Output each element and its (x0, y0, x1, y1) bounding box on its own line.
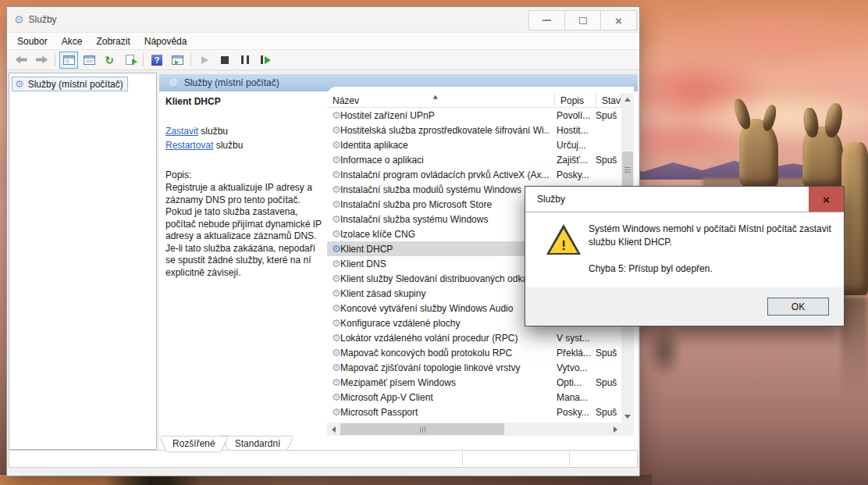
toolbar: ↻? (7, 49, 639, 70)
help-button[interactable]: ? (148, 52, 166, 69)
ok-button[interactable]: OK (767, 298, 829, 316)
service-icon: ⚙ (327, 406, 340, 418)
dialog-body: ! Systém Windows nemohl v počítači Místn… (525, 212, 844, 287)
dialog-close-button[interactable]: × (809, 187, 844, 212)
show-console-tree-button[interactable] (59, 52, 78, 69)
service-popis-cell: Vytvo... (550, 362, 592, 373)
export-list-button[interactable] (120, 52, 139, 69)
service-popis-cell: Mana... (550, 392, 592, 403)
service-icon: ⚙ (327, 154, 340, 166)
service-popis-cell: V syst... (550, 333, 592, 344)
scroll-down-button[interactable] (621, 410, 634, 423)
service-name-cell: Mezipaměť písem Windows (340, 377, 550, 388)
service-icon: ⚙ (327, 332, 340, 344)
column-header-nazev[interactable]: Název (327, 93, 555, 108)
column-header-stav[interactable]: Stav (596, 93, 621, 108)
scroll-left-button[interactable] (327, 423, 340, 436)
minimize-button[interactable] (528, 10, 565, 30)
pause-service-icon (241, 55, 249, 64)
restart-service-icon (261, 55, 271, 64)
column-header-popis[interactable]: Popis (555, 93, 596, 108)
error-code-line: Chyba 5: Přístup byl odepřen. (589, 262, 838, 276)
service-name-cell: Mapovač koncových bodů protokolu RPC (340, 348, 550, 358)
service-popis-cell: Posky... (550, 169, 592, 180)
export-list-icon (126, 55, 134, 65)
service-name-cell: Identita aplikace (340, 140, 550, 151)
link-suffix: službu (198, 126, 228, 137)
rock-reflection (841, 297, 868, 398)
table-row[interactable]: ⚙Identita aplikaceUrčuj... (327, 137, 621, 152)
restart-service-button[interactable] (256, 52, 275, 69)
dialog-message: Systém Windows nemohl v počítači Místní … (589, 223, 838, 276)
refresh-icon: ↻ (105, 55, 114, 66)
menu-bar: SouborAkceZobrazitNápověda (7, 32, 639, 49)
service-icon: ⚙ (327, 273, 340, 284)
menu-item-akce[interactable]: Akce (55, 34, 90, 49)
table-row[interactable]: ⚙Mezipaměť písem WindowsOpti...Spuš (327, 375, 621, 390)
show-action-pane-icon (172, 55, 183, 65)
message-line: službu Klient DHCP. (589, 236, 838, 249)
vertical-scroll-thumb[interactable] (622, 152, 633, 187)
horizontal-scroll-thumb[interactable] (340, 423, 504, 435)
maximize-icon (579, 17, 587, 24)
dialog-footer: OK (525, 287, 844, 326)
services-app-icon: ⚙ (14, 13, 24, 26)
table-row[interactable]: ⚙Microsoft App-V ClientMana... (327, 390, 621, 405)
refresh-button[interactable]: ↻ (100, 52, 119, 69)
service-icon: ⚙ (327, 362, 340, 373)
service-icon: ⚙ (327, 139, 340, 151)
caption-buttons: × (529, 10, 637, 30)
forward-button[interactable] (32, 52, 51, 69)
show-action-pane-button[interactable] (168, 52, 187, 69)
service-detail-pane: Klient DHCP Zastavit službu Restartovat … (165, 96, 326, 429)
back-button[interactable] (12, 52, 30, 69)
start-service-icon (201, 56, 208, 64)
scroll-right-button[interactable] (609, 423, 621, 436)
show-console-tree-icon (63, 55, 75, 65)
chevron-left-icon (332, 426, 336, 433)
menu-item-napoveda[interactable]: Nápověda (137, 34, 194, 49)
service-popis-cell: Překlá... (550, 348, 592, 358)
table-row[interactable]: ⚙Microsoft PassportPosky...Spuš (327, 405, 621, 419)
properties-icon (84, 55, 95, 65)
service-name-cell: Mapovač zjišťování topologie linkové vrs… (340, 362, 550, 373)
table-row[interactable]: ⚙Mapovač koncových bodů protokolu RPCPře… (327, 345, 621, 360)
status-divider (462, 451, 463, 466)
service-icon: ⚙ (327, 258, 340, 269)
tufa-rock (739, 119, 778, 189)
scroll-up-button[interactable] (621, 93, 634, 105)
restart-service-link[interactable]: Restartovat (165, 140, 213, 151)
stop-service-link[interactable]: Zastavit (165, 126, 198, 137)
horizontal-scrollbar[interactable] (327, 423, 621, 436)
back-icon (16, 56, 27, 64)
service-name-cell: Instalační služba pro Microsoft Store (340, 199, 550, 210)
tree-item-services[interactable]: ⚙ Služby (místní počítač) (12, 77, 128, 91)
message-line: Systém Windows nemohl v počítači Místní … (589, 223, 838, 236)
stop-service-button[interactable] (215, 52, 234, 69)
pause-service-button[interactable] (236, 52, 254, 69)
description-label: Popis: (165, 169, 326, 180)
menu-item-zobrazit[interactable]: Zobrazit (89, 34, 137, 49)
rock-reflection (646, 324, 682, 379)
service-name-cell: Klient služby Sledování distribuovaných … (340, 273, 550, 284)
warning-icon: ! (546, 224, 581, 255)
table-row[interactable]: ⚙Instalační program ovládacích prvků Act… (327, 167, 621, 182)
table-row[interactable]: ⚙Lokátor vzdáleného volání procedur (RPC… (327, 330, 621, 345)
table-row[interactable]: ⚙Hostitelská služba zprostředkovatele ši… (327, 123, 621, 137)
maximize-button[interactable] (564, 10, 601, 30)
close-icon: × (615, 15, 622, 27)
table-row[interactable]: ⚙Informace o aplikaciZajišť...Spuš (327, 152, 621, 167)
tree-item-label: Služby (místní počítač) (28, 79, 123, 90)
menu-item-soubor[interactable]: Soubor (10, 34, 55, 49)
service-icon: ⚙ (327, 317, 340, 329)
close-button[interactable]: × (600, 10, 637, 30)
window-title: Služby (29, 14, 57, 25)
table-row[interactable]: ⚙Mapovač zjišťování topologie linkové vr… (327, 360, 621, 375)
table-row[interactable]: ⚙Hostitel zařízení UPnPPovolí...Spuš (327, 108, 621, 123)
chevron-right-icon (614, 426, 617, 433)
tab-rozsirene[interactable]: Rozšířené (160, 437, 228, 451)
start-service-button[interactable] (195, 52, 214, 69)
service-name-cell: Konfigurace vzdálené plochy (340, 318, 550, 329)
error-dialog: Služby × ! Systém Windows nemohl v počít… (525, 186, 845, 326)
properties-button[interactable] (80, 52, 98, 69)
